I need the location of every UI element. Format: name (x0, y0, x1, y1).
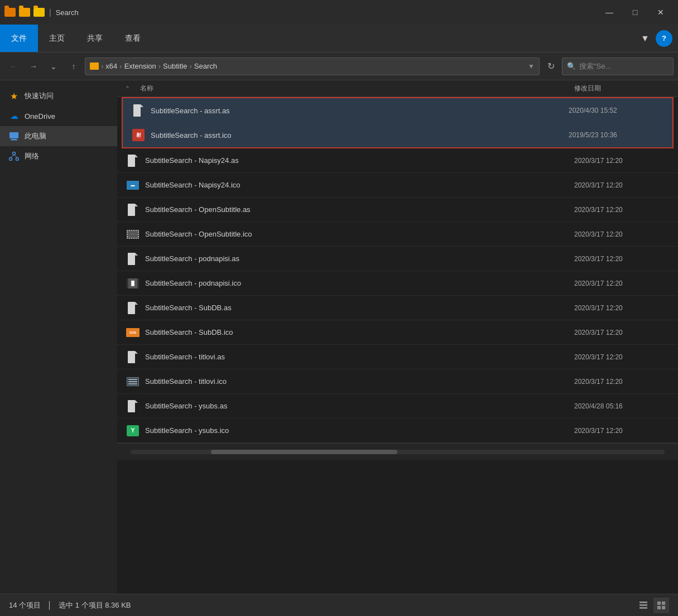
title-bar-controls: — □ ✕ (597, 0, 674, 25)
horizontal-scrollbar[interactable] (117, 443, 678, 460)
status-selected-info: 选中 1 个项目 8.36 KB (59, 600, 131, 610)
file-date-12: 2020/4/28 05:16 (574, 402, 669, 410)
file-icon-8 (126, 301, 140, 315)
dropdown-button[interactable]: ⌄ (45, 57, 62, 75)
view-details-button[interactable] (653, 598, 669, 613)
file-item-9[interactable]: SDB SubtitleSearch - SubDB.ico 2020/3/17… (117, 320, 678, 345)
sidebar-item-thispc[interactable]: 此电脑 (0, 126, 117, 146)
svg-rect-2 (11, 139, 17, 141)
close-button[interactable]: ✕ (648, 0, 674, 25)
search-placeholder: 搜索"Se... (579, 61, 611, 71)
file-name-12: SubtitleSearch - ysubs.as (145, 402, 569, 410)
sort-name[interactable]: 名称 (140, 84, 574, 93)
address-path[interactable]: › x64 › Extension › Subtitle › Search ▼ (85, 57, 540, 75)
sort-chevron: ^ (126, 85, 129, 92)
cloud-icon: ☁ (9, 111, 19, 121)
ico-red-icon: 射 (132, 129, 145, 141)
svg-marker-10 (141, 104, 143, 107)
folder-icon-2 (19, 7, 30, 18)
ribbon-expand-area: ▼ ? (631, 25, 678, 52)
ribbon: 文件 主页 共享 查看 ▼ ? (0, 25, 678, 52)
svg-marker-22 (135, 302, 138, 305)
search-box[interactable]: 🔍 搜索"Se... (562, 57, 674, 75)
path-part-extension[interactable]: Extension (124, 62, 156, 70)
file-icon-1: 射 (132, 128, 145, 142)
file-item-0[interactable]: SubtitleSearch - assrt.as 2020/4/30 15:5… (123, 98, 672, 123)
ico-lines-icon (127, 377, 139, 386)
file-item-3[interactable]: ▬ SubtitleSearch - Napisy24.ico 2020/3/1… (117, 173, 678, 198)
file-item-13[interactable]: Y SubtitleSearch - ysubs.ico 2020/3/17 1… (117, 418, 678, 443)
minimize-button[interactable]: — (597, 0, 622, 25)
status-bar: 14 个项目 │ 选中 1 个项目 8.36 KB (0, 594, 678, 616)
svg-rect-30 (639, 604, 647, 606)
file-item-5[interactable]: ⋯ SubtitleSearch - OpenSubtitle.ico 2020… (117, 222, 678, 247)
ico-filmstrip-icon: ▐▌ (127, 278, 139, 288)
forward-button[interactable]: → (25, 57, 42, 75)
file-name-4: SubtitleSearch - OpenSubtitle.as (145, 205, 569, 214)
file-item-7[interactable]: ▐▌ SubtitleSearch - podnapisi.ico 2020/3… (117, 271, 678, 296)
svg-marker-19 (135, 253, 138, 256)
sidebar-label-quickaccess: 快速访问 (25, 91, 54, 101)
file-date-6: 2020/3/17 12:20 (574, 255, 669, 263)
tab-file[interactable]: 文件 (0, 25, 38, 52)
main-content: ★ 快速访问 ☁ OneDrive 此电脑 (0, 80, 678, 594)
svg-point-5 (16, 158, 19, 161)
file-item-11[interactable]: SubtitleSearch - titlovi.ico 2020/3/17 1… (117, 369, 678, 394)
file-name-7: SubtitleSearch - podnapisi.ico (145, 279, 569, 287)
svg-marker-25 (135, 351, 138, 354)
file-item-2[interactable]: SubtitleSearch - Napisy24.as 2020/3/17 1… (117, 148, 678, 173)
file-date-5: 2020/3/17 12:20 (574, 230, 669, 238)
file-date-11: 2020/3/17 12:20 (574, 378, 669, 386)
file-icon-5: ⋯ (126, 228, 140, 241)
file-item-6[interactable]: SubtitleSearch - podnapisi.as 2020/3/17 … (117, 247, 678, 271)
title-text: Search (56, 8, 592, 17)
svg-line-6 (11, 155, 14, 158)
path-part-subtitle[interactable]: Subtitle (163, 62, 187, 70)
tab-view[interactable]: 查看 (114, 25, 152, 52)
file-date-2: 2020/3/17 12:20 (574, 157, 669, 165)
svg-rect-31 (639, 607, 647, 609)
file-date-7: 2020/3/17 12:20 (574, 280, 669, 287)
folder-icon-3 (33, 7, 45, 18)
file-item-1[interactable]: 射 SubtitleSearch - assrt.ico 2019/5/23 1… (123, 123, 672, 147)
path-dropdown-arrow[interactable]: ▼ (528, 62, 535, 70)
svg-rect-17 (128, 253, 135, 265)
path-sep-2: › (158, 62, 161, 70)
expand-button[interactable]: ▼ (637, 30, 653, 47)
view-list-button[interactable] (636, 598, 651, 613)
file-item-10[interactable]: SubtitleSearch - titlovi.as 2020/3/17 12… (117, 345, 678, 369)
sidebar-item-network[interactable]: 网络 (0, 146, 117, 166)
path-part-x64[interactable]: x64 (105, 62, 117, 70)
sidebar-item-quickaccess[interactable]: ★ 快速访问 (0, 86, 117, 106)
file-icon-4 (126, 203, 140, 216)
svg-rect-33 (662, 601, 665, 605)
sidebar-item-onedrive[interactable]: ☁ OneDrive (0, 106, 117, 126)
file-item-12[interactable]: SubtitleSearch - ysubs.as 2020/4/28 05:1… (117, 394, 678, 418)
ico-blue-icon: ▬ (127, 181, 139, 190)
file-item-4[interactable]: SubtitleSearch - OpenSubtitle.as 2020/3/… (117, 198, 678, 222)
folder-icon-1 (4, 7, 16, 18)
help-button[interactable]: ? (656, 30, 672, 47)
up-button[interactable]: ↑ (65, 57, 83, 75)
svg-rect-34 (657, 606, 661, 609)
file-item-8[interactable]: SubtitleSearch - SubDB.as 2020/3/17 12:2… (117, 296, 678, 320)
status-separator-1: │ (47, 601, 52, 609)
sort-date[interactable]: 修改日期 (574, 84, 669, 93)
back-button[interactable]: ← (4, 57, 22, 75)
svg-rect-32 (657, 601, 661, 605)
path-part-search[interactable]: Search (194, 62, 217, 70)
file-icon-3: ▬ (126, 179, 140, 192)
tab-share[interactable]: 共享 (76, 25, 114, 52)
file-list: ^ 名称 修改日期 SubtitleSearch - assrt.as 2020… (117, 80, 678, 594)
svg-rect-35 (662, 606, 665, 609)
tab-home[interactable]: 主页 (38, 25, 76, 52)
file-date-13: 2020/3/17 12:20 (574, 427, 669, 435)
refresh-button[interactable]: ↻ (542, 57, 560, 75)
svg-marker-13 (135, 155, 138, 157)
star-icon: ★ (9, 91, 19, 101)
file-date-0: 2020/4/30 15:52 (569, 107, 663, 114)
svg-marker-28 (135, 400, 138, 403)
file-icon-10 (126, 350, 140, 364)
maximize-button[interactable]: □ (622, 0, 648, 25)
svg-rect-26 (128, 400, 135, 412)
